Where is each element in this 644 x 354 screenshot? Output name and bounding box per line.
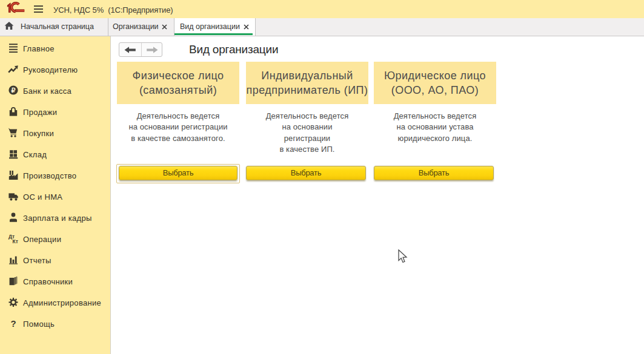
svg-text:?: ? bbox=[10, 318, 16, 329]
svg-text:Кт: Кт bbox=[13, 238, 18, 244]
svg-text:₽: ₽ bbox=[12, 87, 16, 94]
